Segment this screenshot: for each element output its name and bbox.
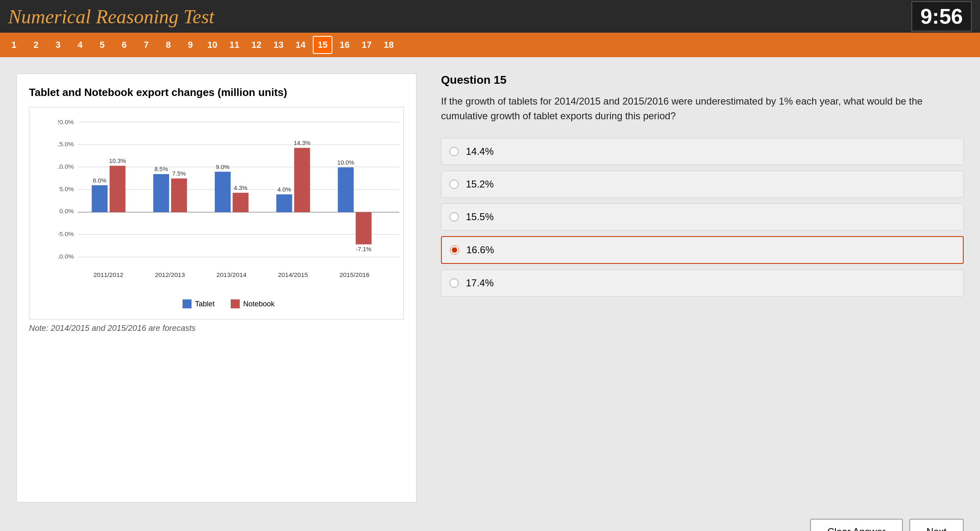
svg-rect-30 — [276, 194, 292, 212]
nav-item-12[interactable]: 12 — [247, 36, 266, 54]
svg-text:8.5%: 8.5% — [154, 166, 168, 172]
nav-item-9[interactable]: 9 — [180, 36, 200, 54]
next-button[interactable]: Next — [909, 519, 964, 531]
svg-text:20.0%: 20.0% — [58, 118, 74, 125]
nav-item-2[interactable]: 2 — [26, 36, 46, 54]
nav-item-14[interactable]: 14 — [291, 36, 310, 54]
notebook-label: Notebook — [243, 300, 274, 308]
svg-text:10.3%: 10.3% — [109, 158, 126, 164]
svg-rect-17 — [109, 166, 125, 212]
nav-item-17[interactable]: 17 — [357, 36, 376, 54]
svg-rect-32 — [294, 148, 310, 212]
svg-text:9.0%: 9.0% — [216, 164, 229, 170]
option-label-c: 15.5% — [466, 211, 494, 223]
svg-text:-5.0%: -5.0% — [58, 230, 74, 237]
nav-item-7[interactable]: 7 — [136, 36, 156, 54]
radio-a[interactable] — [450, 147, 459, 156]
svg-text:-10.0%: -10.0% — [58, 253, 74, 260]
answer-option-d[interactable]: 16.6% — [441, 236, 964, 264]
radio-e[interactable] — [450, 279, 459, 288]
answer-options: 14.4%15.2%15.5%16.6%17.4% — [441, 138, 964, 302]
svg-text:4.0%: 4.0% — [277, 186, 291, 193]
nav-item-6[interactable]: 6 — [114, 36, 134, 54]
header: Numerical Reasoning Test 9:56 — [0, 0, 980, 33]
nav-item-10[interactable]: 10 — [203, 36, 222, 54]
option-label-d: 16.6% — [466, 244, 494, 256]
svg-text:0.0%: 0.0% — [59, 207, 74, 214]
svg-text:14.3%: 14.3% — [294, 140, 310, 146]
notebook-color — [231, 299, 240, 308]
svg-rect-22 — [171, 178, 187, 212]
nav-item-5[interactable]: 5 — [92, 36, 112, 54]
nav-item-8[interactable]: 8 — [158, 36, 178, 54]
nav-item-15[interactable]: 15 — [313, 36, 332, 54]
clear-answer-button[interactable]: Clear Answer — [810, 519, 903, 531]
tablet-color — [183, 299, 192, 308]
nav-item-4[interactable]: 4 — [70, 36, 90, 54]
svg-text:10.0%: 10.0% — [58, 163, 74, 170]
svg-text:2012/2013: 2012/2013 — [155, 271, 185, 278]
bar-chart: 20.0% 15.0% 10.0% 5.0% 0.0% -5.0% -10.0%… — [58, 116, 399, 295]
question-panel: Question 15 If the growth of tablets for… — [441, 74, 964, 502]
svg-text:-7.1%: -7.1% — [356, 246, 371, 252]
option-label-a: 14.4% — [466, 146, 494, 157]
chart-area: 20.0% 15.0% 10.0% 5.0% 0.0% -5.0% -10.0%… — [29, 107, 404, 319]
button-row: Clear Answer Next — [0, 511, 980, 531]
chart-note: Note: 2014/2015 and 2015/2016 are foreca… — [29, 324, 404, 333]
answer-option-b[interactable]: 15.2% — [441, 171, 964, 198]
nav-item-16[interactable]: 16 — [335, 36, 354, 54]
nav-item-1[interactable]: 1 — [4, 36, 24, 54]
nav-item-11[interactable]: 11 — [225, 36, 244, 54]
question-number: Question 15 — [441, 74, 964, 87]
nav-item-3[interactable]: 3 — [48, 36, 68, 54]
svg-text:5.0%: 5.0% — [59, 185, 74, 192]
svg-rect-20 — [153, 174, 169, 212]
chart-panel: Tablet and Notebook export changes (mill… — [16, 74, 416, 502]
svg-rect-37 — [356, 212, 372, 245]
svg-text:2014/2015: 2014/2015 — [278, 271, 308, 278]
svg-rect-15 — [92, 185, 108, 212]
question-nav: 123456789101112131415161718 — [0, 33, 980, 57]
nav-item-18[interactable]: 18 — [379, 36, 399, 54]
svg-text:2015/2016: 2015/2016 — [339, 271, 370, 278]
svg-text:2013/2014: 2013/2014 — [216, 271, 247, 278]
svg-text:7.5%: 7.5% — [172, 170, 186, 177]
radio-b[interactable] — [450, 180, 459, 189]
svg-text:6.0%: 6.0% — [93, 177, 106, 184]
answer-option-e[interactable]: 17.4% — [441, 270, 964, 297]
svg-text:2011/2012: 2011/2012 — [94, 271, 123, 278]
svg-rect-25 — [215, 172, 231, 212]
option-label-b: 15.2% — [466, 178, 494, 190]
radio-c[interactable] — [450, 212, 459, 221]
tablet-label: Tablet — [195, 300, 214, 308]
legend-tablet: Tablet — [183, 299, 214, 308]
legend-notebook: Notebook — [231, 299, 274, 308]
answer-option-a[interactable]: 14.4% — [441, 138, 964, 165]
timer: 9:56 — [911, 1, 972, 31]
svg-text:10.0%: 10.0% — [337, 159, 354, 166]
radio-d[interactable] — [450, 245, 459, 254]
svg-rect-27 — [233, 193, 249, 212]
question-text: If the growth of tablets for 2014/2015 a… — [441, 94, 964, 123]
chart-legend: Tablet Notebook — [58, 299, 399, 308]
option-label-e: 17.4% — [466, 277, 494, 289]
main-content: Tablet and Notebook export changes (mill… — [0, 57, 980, 511]
svg-text:4.3%: 4.3% — [234, 185, 247, 191]
svg-text:15.0%: 15.0% — [58, 141, 74, 147]
svg-rect-35 — [338, 167, 354, 212]
nav-item-13[interactable]: 13 — [269, 36, 288, 54]
chart-title: Tablet and Notebook export changes (mill… — [29, 86, 404, 99]
answer-option-c[interactable]: 15.5% — [441, 203, 964, 230]
app-title: Numerical Reasoning Test — [8, 5, 214, 28]
